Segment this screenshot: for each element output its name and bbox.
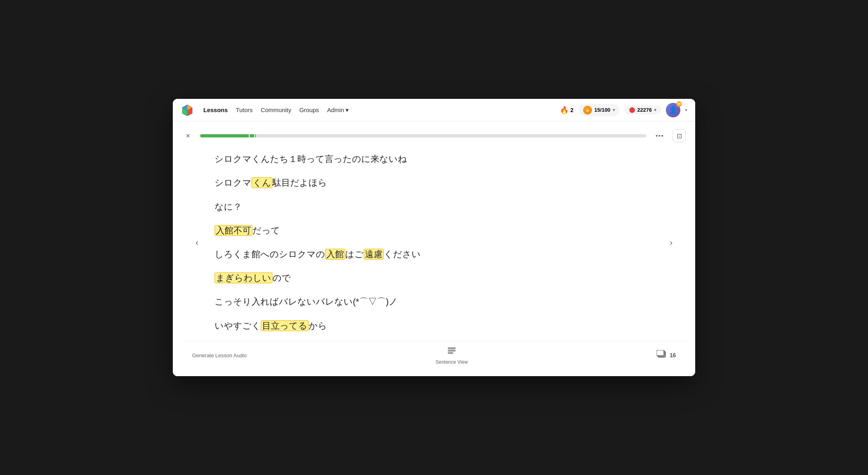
sentence-2-part-3: 駄目だよほら (272, 178, 327, 188)
logo[interactable] (181, 104, 194, 117)
svg-text:⊙: ⊙ (586, 109, 589, 112)
sentence-5-part-5: ください (384, 249, 421, 259)
sentence-8: いやすごく目立ってるから (215, 319, 653, 333)
sidebar-toggle-button[interactable]: ⊡ (673, 129, 686, 142)
xp-circle-icon: ⊙ (583, 106, 592, 115)
sentence-8-part-3: から (309, 321, 327, 331)
sentence-5-highlight-2[interactable]: 遠慮 (364, 249, 384, 260)
sentence-view-button[interactable]: Sentence View (436, 346, 468, 365)
more-dot-3 (661, 135, 663, 137)
nav-community[interactable]: Community (261, 106, 291, 113)
svg-rect-7 (448, 348, 455, 349)
sentence-6: まぎらわしいので (215, 271, 653, 285)
sentence-1-text: シロクマくんたち１時って言ったのに来ないね (215, 154, 407, 164)
flashcard-count: 16 (669, 352, 676, 358)
sentence-2-highlight[interactable]: くん (252, 177, 272, 188)
sentence-5-part-1: しろくま館へのシロクマの (215, 249, 325, 259)
sentence-6-part-2: ので (272, 273, 291, 283)
nav-lessons[interactable]: Lessons (203, 106, 228, 113)
sentence-view-icon (447, 346, 457, 358)
fire-icon: 🔥 (560, 106, 569, 115)
currency-amount: 22276 (637, 107, 652, 113)
sentences-container: シロクマくんたち１時って言ったのに来ないね シロクマくん駄目だよほら なに？ 入… (215, 152, 653, 333)
nav-right: 🔥 2 ⊙ 15/100 ▾ 22276 ▾ (560, 103, 687, 117)
nav-links: Lessons Tutors Community Groups Admin ▾ (203, 106, 550, 114)
prev-button[interactable]: ‹ (189, 234, 205, 250)
sentence-1: シロクマくんたち１時って言ったのに来ないね (215, 152, 653, 166)
more-dot-1 (656, 135, 657, 137)
avatar-chevron-icon: ▾ (685, 108, 687, 112)
sentence-view-label: Sentence View (436, 359, 468, 365)
sentence-8-highlight[interactable]: 目立ってる (261, 320, 309, 331)
lesson-footer: Generate Lesson Audio Sentence View (182, 341, 686, 370)
sentence-4-highlight[interactable]: 入館不可 (215, 225, 252, 236)
generate-audio-button[interactable]: Generate Lesson Audio (192, 352, 247, 358)
sentence-4-part-2: だって (252, 225, 280, 235)
progress-bar-fill (200, 134, 254, 137)
next-button[interactable]: › (663, 234, 679, 250)
xp-label: 15/100 (594, 107, 610, 113)
sentence-2: シロクマくん駄目だよほら (215, 176, 653, 190)
avatar-image: 👤 (669, 106, 678, 115)
avatar[interactable]: 👤 99 (666, 103, 680, 117)
close-button[interactable]: × (182, 130, 194, 141)
xp-badge[interactable]: ⊙ 15/100 ▾ (578, 104, 620, 116)
app-window: Lessons Tutors Community Groups Admin ▾ … (173, 99, 695, 376)
currency-badge[interactable]: 22276 ▾ (624, 105, 661, 115)
sentence-3-text: なに？ (215, 202, 242, 212)
sentence-6-highlight[interactable]: まぎらわしい (215, 272, 272, 283)
more-dot-2 (659, 135, 660, 137)
flashcard-icon (657, 350, 667, 361)
sentence-5: しろくま館へのシロクマの入館はご遠慮ください (215, 247, 653, 261)
sentence-7: こっそり入ればバレないバレない(*⌒▽⌒)ノ (215, 295, 653, 309)
more-button[interactable] (653, 133, 666, 138)
nav-admin[interactable]: Admin ▾ (327, 106, 349, 114)
currency-icon (629, 107, 635, 113)
lesson-content: ‹ シロクマくんたち１時って言ったのに来ないね シロクマくん駄目だよほら なに？… (182, 152, 686, 333)
sentence-3: なに？ (215, 200, 653, 214)
xp-chevron-icon: ▾ (613, 108, 615, 112)
sentence-7-text: こっそり入ればバレないバレない(*⌒▽⌒)ノ (215, 297, 398, 307)
lesson-container: × ⊡ ‹ シロクマくんたち１時って言ったのに来ないね シロクマ (173, 121, 695, 376)
svg-rect-9 (448, 352, 453, 354)
sentence-2-part-1: シロクマ (215, 178, 252, 188)
svg-rect-8 (448, 350, 455, 351)
sentence-8-part-1: いやすごく (215, 321, 261, 331)
svg-rect-12 (657, 350, 664, 356)
streak-count: 2 (570, 107, 573, 113)
sentence-5-highlight-1[interactable]: 入館 (325, 249, 345, 260)
lesson-header: × ⊡ (182, 129, 686, 142)
avatar-badge: 99 (676, 101, 682, 107)
currency-chevron-icon: ▾ (654, 108, 656, 112)
streak-badge[interactable]: 🔥 2 (560, 106, 573, 115)
flashcards-button[interactable]: 16 (657, 350, 676, 361)
sidebar-toggle-icon: ⊡ (677, 132, 682, 140)
navbar: Lessons Tutors Community Groups Admin ▾ … (173, 99, 695, 121)
sentence-4: 入館不可だって (215, 223, 653, 238)
sentence-5-part-3: はご (345, 249, 364, 259)
progress-bar (200, 134, 646, 137)
nav-groups[interactable]: Groups (299, 106, 319, 113)
nav-tutors[interactable]: Tutors (236, 106, 253, 113)
